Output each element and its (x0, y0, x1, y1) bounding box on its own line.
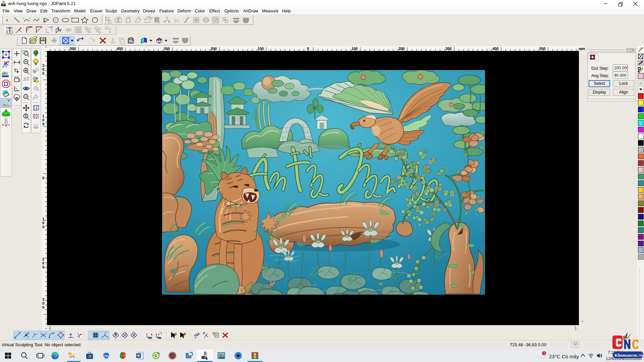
svg-text:300: 300 (164, 47, 170, 51)
svg-text:0: 0 (42, 122, 44, 126)
svg-text:1: 1 (42, 217, 44, 221)
svg-text:×: × (23, 17, 24, 19)
svg-text:×: × (78, 21, 79, 23)
svg-text:0: 0 (42, 71, 44, 75)
svg-text:0: 0 (42, 305, 44, 309)
svg-text:200: 200 (211, 47, 217, 51)
svg-text:0: 0 (42, 301, 44, 305)
svg-text:200: 200 (398, 47, 405, 51)
svg-text:400: 400 (492, 47, 498, 51)
svg-text:0: 0 (42, 176, 44, 180)
svg-text:W: W (137, 354, 140, 357)
svg-text:mm: mm (579, 47, 585, 51)
svg-text:0: 0 (42, 118, 44, 122)
svg-text:0: 0 (42, 265, 44, 269)
svg-text:400: 400 (117, 47, 123, 51)
svg-text:500: 500 (70, 47, 76, 51)
svg-text:100: 100 (352, 47, 358, 51)
svg-text:2: 2 (42, 257, 44, 261)
svg-text:×: × (55, 19, 56, 22)
svg-text:z: z (106, 330, 107, 333)
svg-text:1: 1 (42, 114, 44, 118)
svg-text:N: N (2, 123, 4, 126)
svg-text:2: 2 (42, 63, 44, 67)
svg-text:0: 0 (42, 225, 44, 229)
svg-text:y: y (101, 336, 103, 339)
svg-text:0: 0 (42, 221, 44, 225)
svg-text:abc: abc (2, 71, 9, 76)
svg-text:100: 100 (258, 47, 264, 51)
svg-text:Aha: Aha (218, 353, 224, 356)
svg-text:3: 3 (42, 297, 44, 301)
svg-text:500: 500 (539, 47, 545, 51)
svg-text:+: + (25, 18, 28, 22)
svg-text:0: 0 (307, 47, 309, 51)
svg-text:×: × (9, 25, 10, 28)
svg-text:1: 1 (543, 352, 545, 355)
svg-text:x: x (108, 336, 109, 339)
svg-text:×: × (6, 18, 8, 22)
svg-text:C: C (8, 123, 10, 126)
svg-text:Zalo: Zalo (104, 355, 109, 357)
svg-text:×: × (29, 17, 30, 19)
svg-text:0: 0 (42, 261, 44, 265)
svg-text:300: 300 (445, 47, 451, 51)
svg-text:Khomaucnc.vn: Khomaucnc.vn (614, 353, 644, 358)
svg-text:0: 0 (42, 67, 44, 71)
svg-text:×: × (71, 16, 72, 19)
